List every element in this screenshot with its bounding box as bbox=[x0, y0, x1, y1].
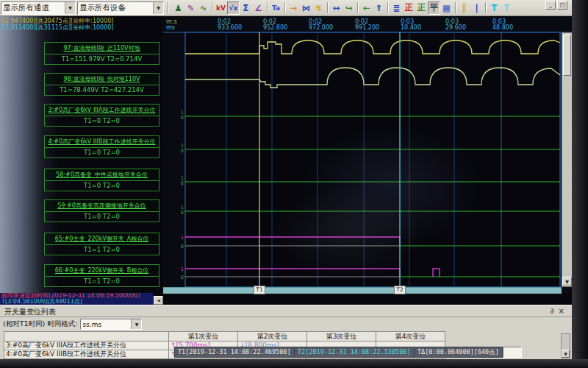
channel-item-4[interactable]: 4:#0高厂变6kV IIIB段工作进线开关分位T1=0 T2=0 bbox=[44, 135, 159, 158]
undo-arrow-icon[interactable]: ← bbox=[360, 1, 373, 15]
header-col4: 第4次变位 bbox=[376, 331, 445, 342]
channel-title[interactable]: 4:#0高厂变6kV IIIB段工作进线开关分位 bbox=[44, 135, 159, 148]
channel-item-65[interactable]: 65:#0主变_220kV侧开关_A相合位T1=1 T2=0 bbox=[44, 233, 159, 255]
channel-title[interactable]: 66:#0主变_220kV侧开关_B相合位 bbox=[44, 264, 159, 277]
grid-icon[interactable]: ▦ bbox=[440, 1, 453, 15]
t2-cursor-icon[interactable]: T bbox=[501, 1, 513, 15]
toolbar-separator bbox=[168, 2, 168, 13]
cursor-bar-icon[interactable]: | bbox=[470, 1, 483, 15]
table-vscrollbar[interactable]: ▼ bbox=[561, 333, 570, 358]
toolbar-separator bbox=[485, 2, 486, 13]
scroll-down-button[interactable]: ▼ bbox=[562, 350, 570, 358]
panel-title: 开关量变位列表 bbox=[0, 305, 572, 317]
waveform-vscrollbar[interactable]: ▼ bbox=[562, 32, 573, 287]
close-icon[interactable]: × bbox=[559, 306, 564, 316]
polarity-list-icon[interactable]: 正 bbox=[415, 1, 428, 15]
status-delta-time: TΔ[0:00.064000][640点] bbox=[414, 347, 503, 358]
time-mode-label: (相对T1时间) 时间格式: bbox=[3, 319, 77, 329]
channel-item-98[interactable]: 98:直流母线I段_负对地110VT1=78.449V T2=427.214V bbox=[44, 73, 159, 96]
level-label: 0 bbox=[181, 180, 184, 186]
chevron-down-icon[interactable]: ▼ bbox=[65, 2, 75, 14]
panel-title-bar[interactable]: 开关量变位列表 ∂ × bbox=[0, 305, 572, 317]
toolbar-separator bbox=[267, 2, 268, 13]
level-label: 1 bbox=[181, 266, 184, 272]
cursor-t1-tag[interactable]: T1 bbox=[254, 286, 265, 294]
main-area: 02.947400][共30475点][采样率:10000] 03.011400… bbox=[0, 16, 572, 305]
annotate-pen-icon[interactable]: ✎ bbox=[184, 1, 197, 15]
toolbar: 显示所有通道 ▼ 显示所有设备 ▼ ♟✎∿kV√xΣ∠Ta→⋈↯↔↪←⇑≣正正平… bbox=[0, 0, 572, 16]
waveform-canvas[interactable]: 101010101010 bbox=[163, 16, 579, 293]
level-label: 0 bbox=[181, 148, 184, 154]
channel-title[interactable]: 59:#0高备变高压侧接地开关合位 bbox=[44, 199, 159, 212]
waveform-frame bbox=[185, 32, 560, 287]
channel-title[interactable]: 65:#0主变_220kV侧开关_A相合位 bbox=[44, 233, 159, 245]
toolbar-separator bbox=[387, 2, 388, 13]
time-format-dropdown[interactable]: ss.ms ▼ bbox=[80, 319, 142, 330]
row-channel-label: 4:#0高厂变6kV IIIB段工作进线开关分位 bbox=[4, 350, 169, 359]
bars-icon[interactable]: ║ bbox=[458, 1, 470, 15]
minimize-button[interactable]: _ bbox=[545, 1, 556, 10]
toolbar-icons: ♟✎∿kV√xΣ∠Ta→⋈↯↔↪←⇑≣正正平▦║|TT bbox=[172, 1, 513, 15]
compress-time-icon[interactable]: ⋈ bbox=[300, 1, 312, 15]
timespan-icon[interactable]: ↔ bbox=[330, 1, 343, 15]
channel-cursor-values: T1=1 T2=0 bbox=[44, 276, 159, 287]
channel-cursor-values: T1=0 T2=0 bbox=[44, 147, 159, 158]
header-col1: 第1次变位 bbox=[168, 331, 238, 342]
toolbar-separator bbox=[327, 2, 328, 13]
time-format-value: ss.ms bbox=[81, 321, 131, 328]
pin-icon[interactable]: ∂ bbox=[550, 306, 553, 316]
channel-item-58[interactable]: 58:#0高备变_中性点接地开关合位T1=0 T2=0 bbox=[44, 169, 159, 191]
channel-item-59[interactable]: 59:#0高备变高压侧接地开关合位T1=0 T2=0 bbox=[44, 199, 159, 222]
device-icon[interactable]: ♟ bbox=[172, 1, 184, 15]
waveform-panel[interactable]: m:s ms 0:02933.600 0:02952.800 0:02972.0… bbox=[163, 16, 572, 293]
window-controls: _ □ bbox=[545, 1, 567, 10]
chevron-down-icon[interactable]: ▼ bbox=[131, 319, 141, 329]
scrollbar-thumb[interactable] bbox=[563, 35, 571, 76]
record-selection-rows[interactable]: 故障录波起始时间[2019-12-31 14:08:19.500000] T[3… bbox=[0, 293, 153, 305]
record-start-time: 故障录波起始时间[2019-12-31 14:08:19.500000] bbox=[0, 293, 153, 299]
ta-cursor-icon[interactable]: Ta bbox=[270, 1, 282, 15]
level-label: 0 bbox=[181, 115, 184, 121]
cursor-t2-tag[interactable]: T2 bbox=[394, 286, 406, 294]
chevron-down-icon[interactable]: ▼ bbox=[153, 2, 163, 14]
channel-title[interactable]: 97:直流母线I段_正110V对地 bbox=[44, 42, 159, 54]
impulse-icon[interactable]: ↯ bbox=[312, 1, 325, 15]
kv-scale-icon[interactable]: kV bbox=[215, 1, 227, 15]
header-channel bbox=[4, 331, 169, 342]
channel-item-66[interactable]: 66:#0主变_220kV侧开关_B相合位T1=1 T2=0 bbox=[44, 264, 159, 287]
header-col2: 第2次变位 bbox=[237, 331, 307, 342]
t1-cursor-icon[interactable]: T bbox=[488, 1, 501, 15]
rms-icon[interactable]: √x bbox=[227, 1, 240, 15]
channel-cursor-values: T1=78.449V T2=427.214V bbox=[44, 85, 159, 96]
jump-up-icon[interactable]: ⇑ bbox=[373, 1, 385, 15]
channel-cursor-values: T1=151.979V T2=0.714V bbox=[44, 54, 159, 65]
jump-arrow-icon[interactable]: → bbox=[287, 1, 300, 15]
channel-cursor-values: T1=1 T2=0 bbox=[44, 244, 159, 255]
scroll-left-button[interactable]: ◄ bbox=[154, 296, 163, 305]
sum-icon[interactable]: Σ bbox=[240, 1, 252, 15]
channel-title[interactable]: 3:#0高厂变6kV IIIA段工作进线开关分位 bbox=[44, 104, 159, 116]
channel-title[interactable]: 98:直流母线I段_负对地110V bbox=[44, 73, 159, 85]
polarity-positive-icon[interactable]: 正 bbox=[403, 1, 415, 15]
channel-cursor-values: T1=0 T2=0 bbox=[44, 211, 159, 222]
toolbar-separator bbox=[212, 2, 212, 13]
maximize-button[interactable]: □ bbox=[557, 1, 567, 10]
channel-cursor-values: T1=0 T2=0 bbox=[44, 116, 159, 127]
channel-cursor-values: T1=0 T2=0 bbox=[44, 180, 159, 191]
channel-item-3[interactable]: 3:#0高厂变6kV IIIA段工作进线开关分位T1=0 T2=0 bbox=[44, 104, 159, 127]
header-col3: 第3次变位 bbox=[306, 331, 376, 342]
return-arrow-icon[interactable]: ↪ bbox=[343, 1, 355, 15]
channel-filter-dropdown[interactable]: 显示所有通道 ▼ bbox=[1, 1, 76, 15]
channel-title[interactable]: 58:#0高备变_中性点接地开关合位 bbox=[44, 169, 159, 181]
phase-angle-icon[interactable]: ∠ bbox=[252, 1, 265, 15]
scroll-down-button[interactable]: ▼ bbox=[562, 277, 572, 286]
waveform-hscrollbar[interactable] bbox=[163, 287, 562, 294]
monitor-bezel bbox=[572, 0, 588, 368]
level-icon[interactable]: 平 bbox=[428, 1, 440, 15]
channel-list-icon[interactable]: ≣ bbox=[390, 1, 403, 15]
level-label: 1 bbox=[181, 235, 184, 241]
analog-wave-icon[interactable]: ∿ bbox=[197, 1, 209, 15]
level-label: 0 bbox=[181, 210, 184, 216]
device-filter-dropdown[interactable]: 显示所有设备 ▼ bbox=[77, 1, 164, 15]
channel-item-97[interactable]: 97:直流母线I段_正110V对地T1=151.979V T2=0.714V bbox=[44, 42, 159, 65]
